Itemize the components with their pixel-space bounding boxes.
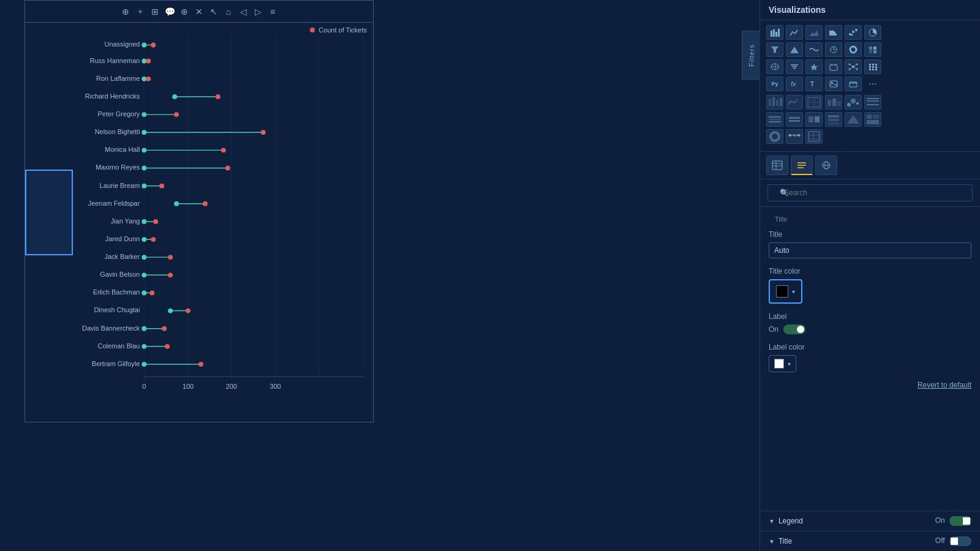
add-btn[interactable]: ＋: [134, 6, 146, 18]
image-btn[interactable]: [825, 77, 842, 91]
scatter-chart-btn[interactable]: [845, 25, 862, 40]
search-icon: 🔍: [780, 189, 789, 197]
svg-point-179: [793, 134, 796, 137]
time-btn[interactable]: [825, 59, 842, 74]
pattern13-btn[interactable]: [766, 129, 783, 144]
svg-text:Coleman Blau: Coleman Blau: [98, 342, 140, 350]
pie-chart-btn[interactable]: [864, 25, 881, 40]
title-input[interactable]: [769, 242, 971, 258]
format-view-btn[interactable]: [791, 156, 813, 175]
menu-btn[interactable]: ≡: [266, 6, 279, 18]
pattern12-btn[interactable]: [864, 112, 881, 127]
svg-text:Gavin Belson: Gavin Belson: [100, 271, 140, 278]
add-viz-btn[interactable]: ⊕: [178, 6, 190, 18]
left-arrow-btn[interactable]: ◁: [237, 6, 249, 18]
pattern5-btn[interactable]: [845, 95, 862, 110]
svg-text:Jack Barker: Jack Barker: [105, 253, 140, 260]
svg-point-45: [203, 201, 208, 206]
clock-btn[interactable]: [825, 42, 842, 57]
svg-rect-130: [875, 64, 877, 66]
data-view-btn[interactable]: [815, 156, 837, 175]
text-btn[interactable]: T: [805, 77, 823, 91]
table-view-btn[interactable]: [766, 156, 788, 175]
svg-text:Erlich Bachman: Erlich Bachman: [93, 288, 140, 296]
legend-section-header[interactable]: ▼ Legend On: [760, 511, 980, 531]
pattern15-btn[interactable]: [805, 129, 823, 144]
pattern1-btn[interactable]: [766, 95, 783, 110]
pattern7-btn[interactable]: [766, 112, 783, 127]
svg-point-69: [186, 309, 190, 313]
pattern3-btn[interactable]: [805, 95, 823, 110]
mountain-btn[interactable]: [786, 42, 803, 57]
title2-section-header[interactable]: ▼ Title Off: [760, 531, 980, 551]
svg-point-76: [141, 344, 146, 349]
column-chart-btn[interactable]: [825, 25, 842, 40]
viz-row-4: Py fx T ···: [766, 77, 974, 91]
svg-point-97: [855, 29, 858, 31]
svg-point-49: [153, 219, 158, 224]
revert-link[interactable]: Revert to default: [918, 381, 971, 389]
map-btn[interactable]: [766, 59, 783, 74]
area-chart-btn[interactable]: [805, 25, 823, 40]
svg-rect-143: [769, 99, 771, 106]
pattern11-btn[interactable]: [845, 112, 862, 127]
label-color-box[interactable]: ▾: [769, 355, 796, 372]
filters-tab[interactable]: Filters: [742, 31, 760, 80]
title2-toggle-value: Off: [935, 536, 971, 546]
formula-btn[interactable]: fx: [786, 77, 803, 91]
svg-line-124: [850, 64, 853, 67]
title-color-box[interactable]: ▾: [769, 279, 802, 304]
container-btn[interactable]: [845, 77, 862, 91]
svg-rect-133: [875, 66, 877, 68]
zoom-in-btn[interactable]: ⊕: [119, 6, 132, 18]
more-btn[interactable]: ···: [864, 77, 881, 91]
svg-marker-101: [790, 47, 799, 53]
viz-bottom-row: [760, 152, 980, 179]
svg-text:T: T: [810, 81, 814, 88]
svg-marker-100: [771, 47, 778, 53]
pattern2-btn[interactable]: [786, 95, 803, 110]
pattern4-btn[interactable]: [825, 95, 842, 110]
wave-btn[interactable]: [805, 42, 823, 57]
tile-btn[interactable]: [864, 42, 881, 57]
label-color-section: Label color ▾: [769, 343, 971, 372]
svg-point-178: [789, 134, 791, 137]
svg-rect-168: [815, 116, 820, 122]
label-toggle[interactable]: [783, 324, 805, 334]
pattern14-btn[interactable]: [786, 129, 803, 144]
grid-btn[interactable]: ⊞: [149, 6, 161, 18]
donut-btn[interactable]: [845, 42, 862, 57]
chart-legend: Count of Tickets: [310, 26, 367, 34]
main-area: ⊕ ＋ ⊞ 💬 ⊕ ✕ ↖ ⌂ ◁ ▷ ≡ Count of Tickets: [0, 0, 760, 551]
pattern9-btn[interactable]: [805, 112, 823, 127]
viz-row-6: [766, 112, 974, 127]
svg-line-148: [791, 101, 794, 103]
python-btn[interactable]: Py: [766, 77, 783, 91]
bar-chart-btn[interactable]: [766, 25, 783, 40]
home-btn[interactable]: ⌂: [222, 6, 235, 18]
right-arrow-btn[interactable]: ▷: [252, 6, 264, 18]
svg-point-21: [216, 94, 221, 99]
svg-rect-142: [850, 82, 857, 84]
label-color-swatch: [774, 359, 784, 369]
cross-btn[interactable]: ✕: [193, 6, 205, 18]
line-chart-btn[interactable]: [786, 25, 803, 40]
pattern8-btn[interactable]: [786, 112, 803, 127]
cursor-btn[interactable]: ↖: [208, 6, 220, 18]
geo-btn[interactable]: [805, 59, 823, 74]
matrix-btn[interactable]: [864, 59, 881, 74]
svg-point-180: [797, 134, 800, 137]
svg-rect-87: [771, 31, 772, 37]
svg-line-149: [794, 99, 798, 103]
svg-rect-92: [829, 32, 835, 34]
filter2-btn[interactable]: [786, 59, 803, 74]
pattern6-btn[interactable]: [864, 95, 881, 110]
funnel-btn[interactable]: [766, 42, 783, 57]
svg-text:Jared Dunn: Jared Dunn: [105, 235, 140, 242]
svg-text:Richard Hendricks: Richard Hendricks: [85, 92, 140, 100]
network-btn[interactable]: [845, 59, 862, 74]
comment-btn[interactable]: 💬: [164, 6, 176, 18]
search-input[interactable]: [767, 184, 973, 201]
pattern10-btn[interactable]: [825, 112, 842, 127]
svg-point-48: [141, 219, 146, 224]
